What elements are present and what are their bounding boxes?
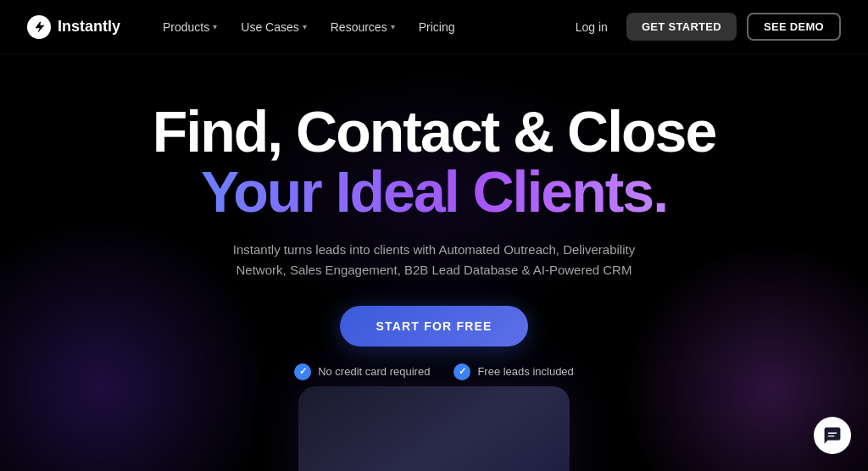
navbar: Instantly Products ▾ Use Cases ▾ Resourc… [0,0,868,54]
hero-title-line2: Your Ideal Clients. [201,162,667,222]
trust-badges: No credit card required Free leads inclu… [294,363,574,380]
lightning-icon [32,20,46,34]
check-icon-free-leads [453,363,470,380]
chat-icon [823,426,842,445]
chevron-down-icon: ▾ [303,22,307,31]
chevron-down-icon: ▾ [391,22,395,31]
hero-section: Find, Contact & Close Your Ideal Clients… [0,54,868,380]
check-icon-no-card [294,363,311,380]
get-started-button[interactable]: GET STARTED [626,13,737,41]
start-for-free-button[interactable]: START FOR FREE [340,306,527,346]
nav-links: Products ▾ Use Cases ▾ Resources ▾ Prici… [154,15,463,39]
trust-badge-free-leads: Free leads included [453,363,573,380]
logo-text: Instantly [58,18,120,36]
nav-link-use-cases[interactable]: Use Cases ▾ [232,15,314,39]
hero-title-line1: Find, Contact & Close [153,102,715,162]
free-leads-label: Free leads included [477,365,573,378]
nav-right: Log in GET STARTED SEE DEMO [567,13,841,41]
trust-badge-no-card: No credit card required [294,363,430,380]
nav-link-resources[interactable]: Resources ▾ [322,15,403,39]
hero-subtitle: Instantly turns leads into clients with … [222,240,646,280]
nav-link-pricing[interactable]: Pricing [410,15,464,39]
chat-button[interactable] [814,417,851,454]
logo[interactable]: Instantly [27,15,120,39]
nav-link-products[interactable]: Products ▾ [154,15,225,39]
nav-left: Instantly Products ▾ Use Cases ▾ Resourc… [27,15,463,39]
logo-icon [27,15,51,39]
card-peek [298,386,570,471]
see-demo-button[interactable]: SEE DEMO [747,13,841,41]
login-button[interactable]: Log in [567,15,616,39]
no-credit-card-label: No credit card required [318,365,430,378]
chevron-down-icon: ▾ [213,22,217,31]
